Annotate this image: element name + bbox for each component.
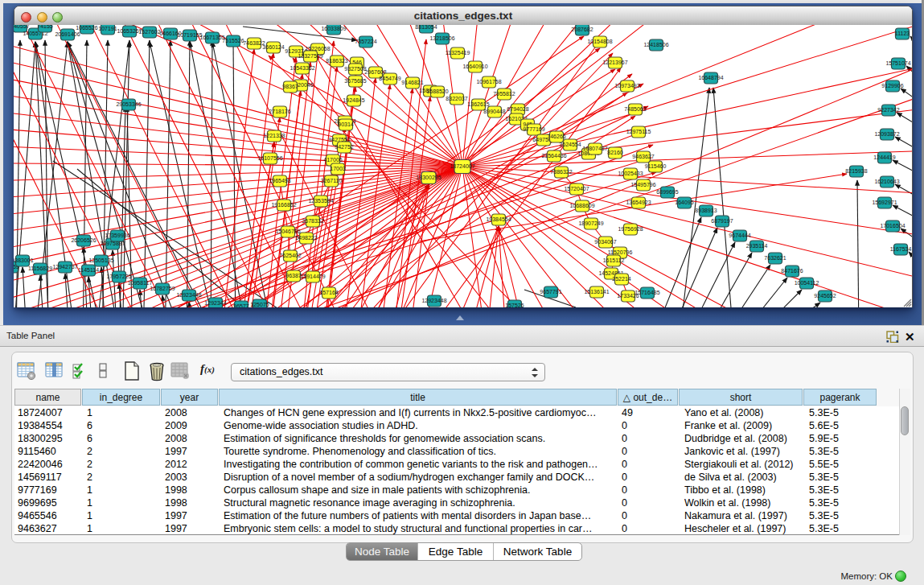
svg-text:9327508: 9327508 xyxy=(344,66,366,72)
svg-text:12213967: 12213967 xyxy=(602,60,627,65)
svg-text:12975115: 12975115 xyxy=(626,129,651,134)
svg-text:16671355: 16671355 xyxy=(199,35,224,40)
svg-text:8186323: 8186323 xyxy=(326,58,347,64)
svg-text:107191: 107191 xyxy=(98,26,117,31)
svg-text:8471676: 8471676 xyxy=(781,268,803,274)
svg-text:96387: 96387 xyxy=(285,273,302,278)
svg-text:1145114: 1145114 xyxy=(78,267,99,273)
svg-text:10054112: 10054112 xyxy=(795,280,819,286)
svg-text:10961758: 10961758 xyxy=(476,79,501,84)
svg-text:10025433: 10025433 xyxy=(618,171,643,176)
svg-text:8813054: 8813054 xyxy=(415,25,437,30)
svg-text:17003: 17003 xyxy=(330,166,346,171)
svg-text:9146821: 9146821 xyxy=(401,80,423,85)
svg-text:13327509: 13327509 xyxy=(298,53,322,59)
svg-text:1615112: 1615112 xyxy=(603,257,625,263)
svg-text:440557: 440557 xyxy=(14,25,30,29)
svg-text:15692971: 15692971 xyxy=(872,200,897,205)
svg-text:11123: 11123 xyxy=(895,31,910,36)
svg-text:1244419: 1244419 xyxy=(873,154,895,160)
svg-text:5498222: 5498222 xyxy=(295,235,317,241)
svg-text:746266: 746266 xyxy=(547,134,565,139)
svg-text:3578332: 3578332 xyxy=(302,218,323,224)
svg-text:9777169: 9777169 xyxy=(523,126,544,132)
svg-text:11156829: 11156829 xyxy=(28,266,52,271)
svg-text:252214: 252214 xyxy=(612,276,630,282)
svg-text:8990448: 8990448 xyxy=(483,109,505,114)
svg-text:1527602: 1527602 xyxy=(138,29,160,35)
svg-text:10719155: 10719155 xyxy=(177,32,202,38)
svg-text:3624554: 3624554 xyxy=(559,142,581,147)
svg-text:7485063: 7485063 xyxy=(624,106,646,112)
svg-text:18907249: 18907249 xyxy=(578,220,603,226)
svg-text:19756928: 19756928 xyxy=(618,226,643,232)
svg-text:20691406: 20691406 xyxy=(55,31,80,37)
svg-text:16782759: 16782759 xyxy=(150,286,175,291)
svg-text:11520796: 11520796 xyxy=(608,249,633,255)
svg-text:1965498: 1965498 xyxy=(269,178,290,183)
svg-text:8215938: 8215938 xyxy=(845,168,867,174)
svg-text:7515526: 7515526 xyxy=(222,38,244,43)
svg-text:6794028: 6794028 xyxy=(507,106,528,112)
svg-text:9383001: 9383001 xyxy=(14,257,34,263)
svg-text:10543362: 10543362 xyxy=(290,65,314,71)
svg-text:3675685: 3675685 xyxy=(344,78,366,84)
svg-text:12923448: 12923448 xyxy=(176,292,201,298)
svg-text:90314: 90314 xyxy=(338,122,354,127)
svg-text:15046786: 15046786 xyxy=(275,229,300,234)
svg-text:3267110: 3267110 xyxy=(321,178,343,183)
svg-text:1588520: 1588520 xyxy=(426,89,448,94)
svg-text:19384554: 19384554 xyxy=(486,216,511,222)
svg-text:9129906: 9129906 xyxy=(881,83,903,89)
svg-text:2718176: 2718176 xyxy=(269,109,290,114)
svg-text:7357224: 7357224 xyxy=(355,39,376,44)
svg-text:7625402: 7625402 xyxy=(279,253,301,258)
svg-text:29053346: 29053346 xyxy=(116,101,141,107)
svg-text:15914479: 15914479 xyxy=(300,274,325,279)
svg-text:12418506: 12418506 xyxy=(643,42,668,47)
svg-text:16210643: 16210643 xyxy=(874,179,899,184)
svg-text:11325419: 11325419 xyxy=(446,50,470,56)
svg-text:8322037: 8322037 xyxy=(446,96,467,101)
svg-text:10958117: 10958117 xyxy=(128,280,153,286)
svg-text:7632621: 7632621 xyxy=(764,255,786,261)
svg-text:12093872: 12093872 xyxy=(874,131,899,137)
svg-text:15720407: 15720407 xyxy=(564,186,589,192)
svg-text:16033809: 16033809 xyxy=(321,26,346,31)
svg-text:417006: 417006 xyxy=(323,157,342,163)
svg-text:157164: 157164 xyxy=(319,290,338,295)
svg-text:9674444: 9674444 xyxy=(729,233,750,238)
svg-text:12353594: 12353594 xyxy=(308,198,333,204)
svg-text:3660124: 3660124 xyxy=(262,44,284,50)
svg-text:9463627: 9463627 xyxy=(632,154,654,159)
svg-text:9115460: 9115460 xyxy=(645,163,667,169)
svg-text:15751074: 15751074 xyxy=(885,60,910,66)
svg-text:6879197: 6879197 xyxy=(711,218,733,224)
svg-text:98367: 98367 xyxy=(282,84,298,89)
svg-text:1167534: 1167534 xyxy=(890,246,912,252)
svg-text:7955812: 7955812 xyxy=(493,91,515,97)
svg-text:10807487: 10807487 xyxy=(582,146,607,151)
svg-text:26206526: 26206526 xyxy=(71,237,96,243)
svg-text:12505135: 12505135 xyxy=(88,257,113,263)
svg-text:942752: 942752 xyxy=(335,144,353,150)
svg-text:15495796: 15495796 xyxy=(630,182,655,187)
svg-text:1292344: 1292344 xyxy=(204,300,226,306)
svg-text:17957225: 17957225 xyxy=(106,274,131,279)
svg-text:12942737: 12942737 xyxy=(52,264,77,270)
svg-text:10973493: 10973493 xyxy=(614,83,639,89)
svg-text:17359936: 17359936 xyxy=(105,233,129,238)
svg-text:125075: 125075 xyxy=(250,302,269,307)
svg-text:13218506: 13218506 xyxy=(429,35,454,41)
svg-text:15136141: 15136141 xyxy=(584,289,609,295)
svg-text:13654923: 13654923 xyxy=(626,200,651,205)
svg-text:82160: 82160 xyxy=(607,150,623,155)
svg-text:8454749: 8454749 xyxy=(379,76,400,81)
svg-text:18724007: 18724007 xyxy=(450,163,474,169)
svg-text:1362615: 1362615 xyxy=(467,101,489,107)
svg-text:16107556: 16107556 xyxy=(257,155,282,161)
svg-text:1221338: 1221338 xyxy=(263,133,285,138)
svg-text:8938913: 8938913 xyxy=(695,208,717,213)
svg-text:9245652: 9245652 xyxy=(814,293,836,299)
svg-text:19166852: 19166852 xyxy=(271,202,296,208)
